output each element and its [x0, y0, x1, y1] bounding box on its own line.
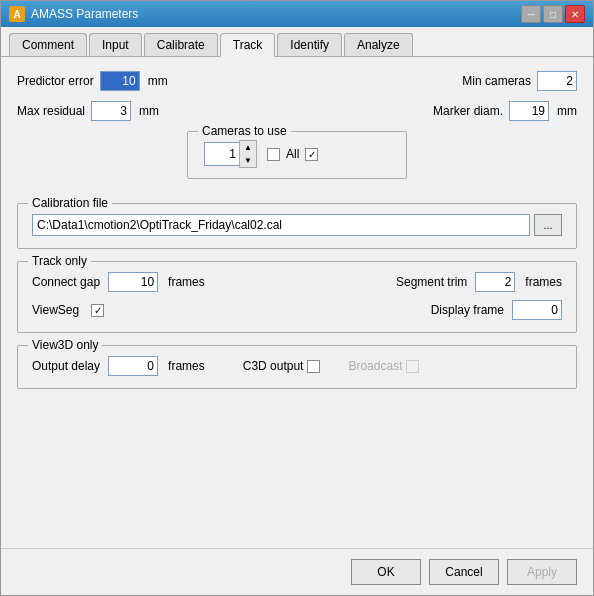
output-delay-label: Output delay — [32, 359, 100, 373]
segment-trim-label: Segment trim — [396, 275, 467, 289]
cameras-spin-down[interactable]: ▼ — [240, 154, 256, 167]
cameras-to-use-content: ▲ ▼ All — [204, 140, 390, 168]
predictor-error-label: Predictor error — [17, 74, 94, 88]
tab-comment[interactable]: Comment — [9, 33, 87, 56]
cameras-spin: ▲ ▼ — [204, 140, 257, 168]
marker-diam-unit: mm — [557, 104, 577, 118]
connect-gap-input[interactable] — [108, 272, 158, 292]
display-frame-group: Display frame — [431, 300, 562, 320]
track-only-group: Track only Connect gap frames Segment tr… — [17, 261, 577, 333]
cameras-spin-up[interactable]: ▲ — [240, 141, 256, 154]
cameras-value-input[interactable] — [204, 142, 240, 166]
c3d-output-label: C3D output — [243, 359, 304, 373]
connect-gap-unit: frames — [168, 275, 205, 289]
display-frame-label: Display frame — [431, 303, 504, 317]
marker-diam-group: Marker diam. mm — [433, 101, 577, 121]
c3d-output-checkbox[interactable] — [307, 360, 320, 373]
tab-bar: Comment Input Calibrate Track Identify A… — [1, 27, 593, 57]
calibration-file-label: Calibration file — [28, 196, 112, 210]
predictor-error-unit: mm — [148, 74, 168, 88]
cameras-all-label: All — [286, 147, 299, 161]
tab-content: Predictor error mm Min cameras Max resid… — [1, 57, 593, 548]
apply-button[interactable]: Apply — [507, 559, 577, 585]
app-icon: A — [9, 6, 25, 22]
connect-gap-label: Connect gap — [32, 275, 100, 289]
maximize-button[interactable]: □ — [543, 5, 563, 23]
min-cameras-label: Min cameras — [462, 74, 531, 88]
calibration-file-input[interactable] — [32, 214, 530, 236]
max-residual-unit: mm — [139, 104, 159, 118]
row-viewseg-display: ViewSeg Display frame — [32, 300, 562, 320]
segment-trim-input[interactable] — [475, 272, 515, 292]
tab-calibrate[interactable]: Calibrate — [144, 33, 218, 56]
track-only-rows: Connect gap frames Segment trim frames V… — [32, 272, 562, 320]
tab-identify[interactable]: Identify — [277, 33, 342, 56]
min-cameras-group: Min cameras — [462, 71, 577, 91]
window-title: AMASS Parameters — [31, 7, 138, 21]
segment-trim-group: Segment trim frames — [396, 272, 562, 292]
row-maxresidual-markerdiam: Max residual mm Marker diam. mm — [17, 101, 577, 121]
close-button[interactable]: ✕ — [565, 5, 585, 23]
track-only-label: Track only — [28, 254, 91, 268]
tab-track[interactable]: Track — [220, 33, 276, 57]
cameras-spin-buttons: ▲ ▼ — [239, 140, 257, 168]
title-buttons: ─ □ ✕ — [521, 5, 585, 23]
row-view3d: Output delay frames C3D output Broadcast — [32, 356, 562, 376]
title-bar-left: A AMASS Parameters — [9, 6, 138, 22]
ok-button[interactable]: OK — [351, 559, 421, 585]
row-connect-segment: Connect gap frames Segment trim frames — [32, 272, 562, 292]
predictor-error-group: Predictor error mm — [17, 71, 168, 91]
max-residual-group: Max residual mm — [17, 101, 159, 121]
predictor-error-input[interactable] — [100, 71, 140, 91]
footer: OK Cancel Apply — [1, 548, 593, 595]
main-window: A AMASS Parameters ─ □ ✕ Comment Input C… — [0, 0, 594, 596]
output-delay-unit: frames — [168, 359, 205, 373]
segment-trim-unit: frames — [525, 275, 562, 289]
c3d-output-group: C3D output — [243, 359, 321, 373]
tab-input[interactable]: Input — [89, 33, 142, 56]
output-delay-input[interactable] — [108, 356, 158, 376]
title-bar: A AMASS Parameters ─ □ ✕ — [1, 1, 593, 27]
display-frame-input[interactable] — [512, 300, 562, 320]
calibration-file-row: ... — [32, 214, 562, 236]
cameras-to-use-group: Cameras to use ▲ ▼ All — [187, 131, 407, 179]
cancel-button[interactable]: Cancel — [429, 559, 499, 585]
cameras-to-use-label: Cameras to use — [198, 124, 291, 138]
cameras-checkbox[interactable] — [267, 148, 280, 161]
min-cameras-input[interactable] — [537, 71, 577, 91]
view3d-only-group: View3D only Output delay frames C3D outp… — [17, 345, 577, 389]
viewseg-label: ViewSeg — [32, 303, 79, 317]
view3d-only-label: View3D only — [28, 338, 102, 352]
calibration-file-group: Calibration file ... — [17, 203, 577, 249]
row-predictor-mincameras: Predictor error mm Min cameras — [17, 71, 577, 91]
cameras-all-checkbox[interactable] — [305, 148, 318, 161]
marker-diam-input[interactable] — [509, 101, 549, 121]
max-residual-label: Max residual — [17, 104, 85, 118]
marker-diam-label: Marker diam. — [433, 104, 503, 118]
viewseg-checkbox[interactable] — [91, 304, 104, 317]
tab-analyze[interactable]: Analyze — [344, 33, 413, 56]
broadcast-group: Broadcast — [348, 359, 419, 373]
calibration-browse-button[interactable]: ... — [534, 214, 562, 236]
minimize-button[interactable]: ─ — [521, 5, 541, 23]
broadcast-checkbox — [406, 360, 419, 373]
max-residual-input[interactable] — [91, 101, 131, 121]
broadcast-label: Broadcast — [348, 359, 402, 373]
